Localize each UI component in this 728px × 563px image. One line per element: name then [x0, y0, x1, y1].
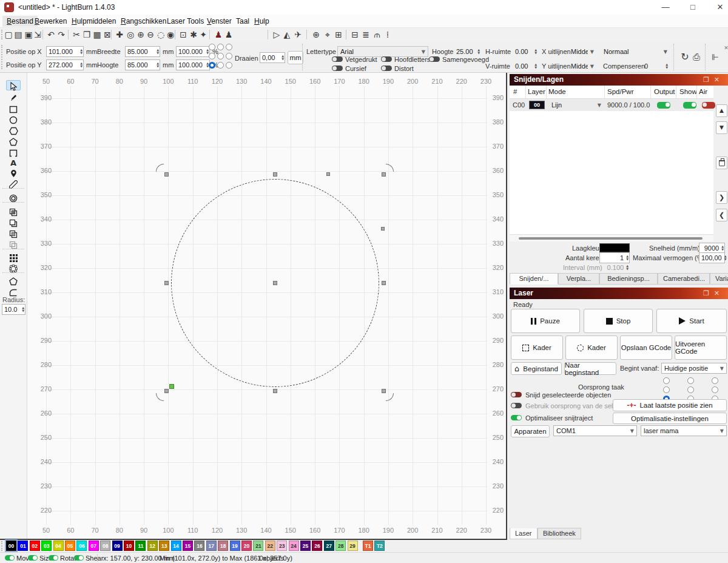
send-icon[interactable]: ✈	[292, 29, 303, 40]
anchor-cell-1-0[interactable]	[209, 53, 215, 59]
height-input[interactable]: 85.000▲▼	[125, 59, 160, 70]
layer-row[interactable]: C00 00 Lijn▼ 9000.0 / 100.0	[510, 99, 713, 111]
layer-show-toggle[interactable]	[683, 102, 696, 109]
handle-bottom-left[interactable]	[164, 389, 169, 393]
distort-toggle[interactable]	[381, 66, 392, 71]
cuts-tab-3[interactable]: Camerabedi...	[658, 273, 710, 285]
status-toggle-move[interactable]	[5, 555, 15, 561]
palette-swatch-T2[interactable]: T2	[374, 541, 385, 551]
layer-delete-button[interactable]	[716, 157, 727, 169]
focus-icon[interactable]: ⊕	[311, 29, 322, 40]
palette-swatch-00[interactable]: 00	[6, 541, 16, 551]
status-toggle-shear[interactable]	[74, 555, 84, 561]
layer-move-up-button[interactable]: ▲	[716, 104, 727, 117]
group-users-icon[interactable]: ♟	[213, 29, 224, 40]
palette-swatch-25[interactable]: 25	[300, 541, 311, 551]
palette-swatch-11[interactable]: 11	[135, 541, 146, 551]
origin-radio-1-2[interactable]	[712, 386, 718, 393]
rotate-handle-bottom-right[interactable]	[386, 393, 394, 401]
palette-swatch-12[interactable]: 12	[147, 541, 158, 551]
mirror-icon[interactable]: ◭	[281, 29, 292, 40]
cuts-tab-2[interactable]: Bedieningsp...	[599, 273, 658, 285]
rotate-handle-top-left[interactable]	[156, 164, 164, 172]
palette-swatch-17[interactable]: 17	[206, 541, 217, 551]
welded-toggle[interactable]	[429, 56, 440, 62]
save-gcode-button[interactable]: Opslaan GCode	[620, 335, 672, 360]
frame-circle-button[interactable]: Kader	[565, 335, 618, 360]
rotate-selection-icon[interactable]: ↻	[679, 52, 690, 62]
origin-radio-0-2[interactable]	[712, 377, 718, 384]
shear-handle-top[interactable]	[326, 172, 330, 176]
layer-move-down-button[interactable]: ▼	[716, 121, 727, 134]
import-icon[interactable]: ⇲	[32, 29, 43, 40]
menu-hulpmiddelen[interactable]: Hulpmiddelen	[67, 16, 120, 27]
device-combo[interactable]: laser mama▼	[641, 425, 727, 436]
select-tool-icon[interactable]	[6, 80, 21, 90]
anchor-cell-1-1[interactable]	[217, 53, 224, 59]
palette-swatch-08[interactable]: 08	[100, 541, 110, 551]
origin-radio-1-1[interactable]	[687, 386, 694, 393]
layer-mode-combo[interactable]: Lijn▼	[548, 99, 604, 110]
handle-top-center[interactable]	[273, 172, 277, 177]
anchor-cell-2-0[interactable]	[209, 62, 215, 69]
cuts-layers-panel-title[interactable]: Snijden/Lagen ❐✕	[510, 74, 728, 86]
palette-swatch-03[interactable]: 03	[41, 541, 52, 551]
palette-swatch-14[interactable]: 14	[171, 541, 181, 551]
distribute-v-icon[interactable]: ⁞	[382, 29, 393, 40]
redo-icon[interactable]: ↷	[56, 29, 67, 40]
italic-toggle[interactable]	[332, 66, 343, 71]
uppercase-toggle[interactable]	[381, 56, 392, 62]
origin-radio-0-0[interactable]	[663, 377, 670, 384]
optimization-settings-button[interactable]: Optimalisatie-instellingen	[613, 413, 727, 424]
scrollbar-thumb[interactable]	[519, 237, 703, 240]
pause-button[interactable]: Pauze	[511, 309, 580, 333]
minimize-button[interactable]: —	[661, 2, 670, 12]
zoom-previous-icon[interactable]: ◎	[125, 29, 136, 40]
align-v-icon[interactable]: ≣	[360, 29, 371, 40]
toolbar-close-icon[interactable]: ✕	[721, 42, 728, 53]
preview-icon[interactable]: ⊡	[178, 29, 189, 40]
origin-radio-0-1[interactable]	[687, 377, 694, 384]
palette-swatch-10[interactable]: 10	[124, 541, 134, 551]
palette-swatch-01[interactable]: 01	[18, 541, 28, 551]
palette-swatch-20[interactable]: 20	[241, 541, 252, 551]
close-panel-icon[interactable]: ✕	[714, 289, 724, 297]
handle-top-right[interactable]	[382, 172, 386, 177]
anchor-cell-0-0[interactable]	[209, 44, 215, 50]
palette-drag-handle[interactable]	[1, 541, 2, 551]
workspace-canvas[interactable]: 5050606070708080909010010011011012012013…	[27, 73, 506, 539]
rectangle-tool-icon[interactable]	[6, 104, 21, 114]
maximize-button[interactable]: □	[688, 2, 698, 12]
palette-swatch-T1[interactable]: T1	[363, 541, 373, 551]
text-tool-icon[interactable]: A	[6, 158, 21, 168]
use-selection-origin-toggle[interactable]	[511, 403, 522, 408]
status-toggle-rotate[interactable]	[49, 555, 58, 561]
boolean-intersect-tool-icon[interactable]	[6, 229, 21, 239]
palette-swatch-28[interactable]: 28	[335, 541, 346, 551]
toolbar-drag-handle[interactable]	[1, 30, 2, 39]
radius-input[interactable]: 10.0▲▼	[2, 304, 25, 315]
anchor-point-grid[interactable]	[209, 44, 233, 70]
zoom-out-icon[interactable]: ⊖	[145, 29, 156, 40]
user-icon[interactable]: ♟	[223, 29, 234, 40]
width-pct-input[interactable]: 100.000▲▼	[176, 46, 210, 57]
print-cut-icon[interactable]: ⎙	[691, 52, 702, 62]
position-laser-icon[interactable]: ⌖	[322, 29, 333, 40]
menu-laser-tools[interactable]: Laser Tools	[163, 16, 208, 27]
palette-swatch-26[interactable]: 26	[312, 541, 322, 551]
distribute-h-icon[interactable]: ⫙	[371, 29, 382, 40]
pos-x-input[interactable]: 101.000▲▼	[46, 46, 84, 57]
close-button[interactable]: ✕	[715, 2, 725, 12]
hspace-input[interactable]: 0.00▲▼	[513, 46, 538, 57]
home-button[interactable]: ⌂Beginstand	[511, 362, 562, 375]
menu-bewerken[interactable]: Bewerken	[30, 16, 71, 27]
float-panel-icon[interactable]: ❐	[703, 289, 714, 297]
rotate-handle-top-right[interactable]	[386, 164, 394, 172]
panel-splitter[interactable]	[506, 73, 507, 539]
go-home-button[interactable]: Naar beginstand	[564, 362, 616, 375]
layer-color-swatch[interactable]	[599, 243, 630, 252]
paste-icon[interactable]: ▦	[92, 29, 103, 40]
layer-output-toggle[interactable]	[657, 102, 670, 109]
handle-top-left[interactable]	[164, 172, 169, 177]
toolbar-drag-handle[interactable]	[1, 45, 2, 69]
